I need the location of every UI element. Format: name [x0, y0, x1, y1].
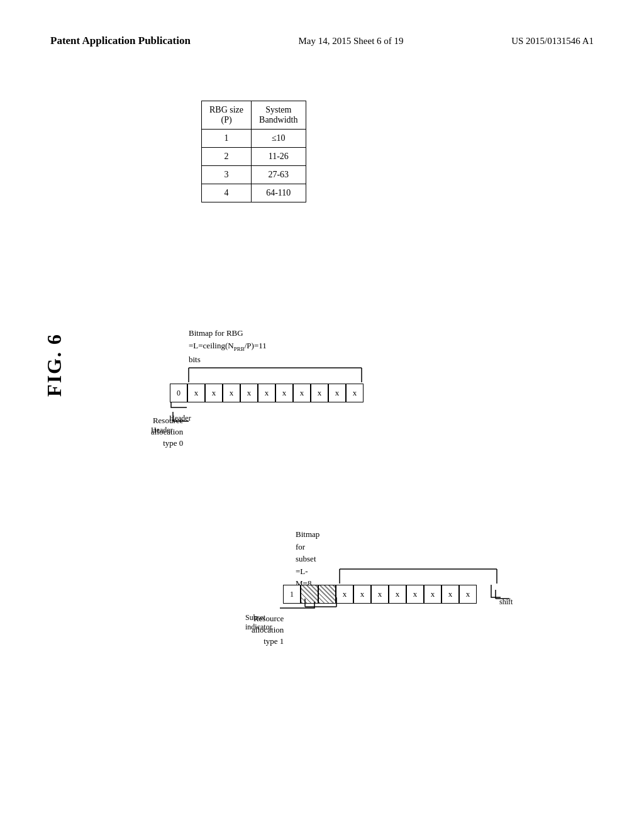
table-row: 211-26: [202, 148, 306, 166]
bandwidth-cell: ≤10: [252, 130, 306, 148]
page-header: Patent Application Publication May 14, 2…: [0, 35, 644, 47]
cell-1: x: [187, 384, 205, 402]
table-row: 464-110: [202, 184, 306, 202]
fig-label: FIG. 6: [43, 333, 66, 397]
rbg-size-cell: 2: [202, 148, 252, 166]
bandwidth-cell: 27-63: [252, 166, 306, 184]
bitmap-label-type0: Bitmap for RBG =L=ceiling(NPRB/P)=11 bit…: [189, 327, 267, 365]
header-right: US 2015/0131546 A1: [511, 36, 594, 47]
bandwidth-cell: 64-110: [252, 184, 306, 202]
cell-t1-7: x: [441, 585, 459, 604]
cell-t1-2: x: [353, 585, 371, 604]
cell-t1-8: x: [459, 585, 477, 604]
cell-4: x: [240, 384, 258, 402]
diagram-section: Bitmap for RBG =L=ceiling(NPRB/P)=11 bit…: [138, 308, 629, 780]
table-row: 327-63: [202, 166, 306, 184]
header-cell: 0: [170, 384, 187, 402]
cell-10: x: [346, 384, 364, 402]
cell-9: x: [328, 384, 346, 402]
cell-t1-5: x: [406, 585, 424, 604]
col-rbg-header: RBG size (P): [202, 101, 252, 130]
cell-t1-6: x: [424, 585, 441, 604]
cell-3: x: [223, 384, 240, 402]
cells-type1: 1 x x x x x x x x: [283, 585, 477, 604]
header-cell-type1: 1: [283, 585, 301, 604]
col-bandwidth-header: System Bandwidth: [252, 101, 306, 130]
ra-type1-label: Resource allocation type 1: [252, 613, 284, 648]
hatched-cell-2: [318, 585, 336, 604]
cell-5: x: [258, 384, 275, 402]
header-center: May 14, 2015 Sheet 6 of 19: [298, 36, 403, 47]
rbg-size-cell: 4: [202, 184, 252, 202]
rbg-table-section: RBG size (P) System Bandwidth 1≤10211-26…: [201, 101, 306, 202]
cell-t1-1: x: [336, 585, 353, 604]
cell-2: x: [205, 384, 223, 402]
rbg-size-cell: 3: [202, 166, 252, 184]
cell-7: x: [293, 384, 311, 402]
ra-type0-label: Resource allocation type 0: [151, 415, 183, 450]
rbg-size-cell: 1: [202, 130, 252, 148]
table-row: 1≤10: [202, 130, 306, 148]
cell-6: x: [275, 384, 293, 402]
diagram-svg: Header: [138, 308, 629, 780]
cells-type0: 0 x x x x x x x x x x: [170, 384, 364, 402]
cell-8: x: [311, 384, 328, 402]
rbg-size-table: RBG size (P) System Bandwidth 1≤10211-26…: [201, 101, 306, 202]
header-cell-container: 0: [170, 384, 187, 402]
hatched-cell-1: [301, 585, 318, 604]
bandwidth-cell: 11-26: [252, 148, 306, 166]
cell-t1-3: x: [371, 585, 389, 604]
cell-t1-4: x: [389, 585, 406, 604]
header-left: Patent Application Publication: [50, 35, 191, 47]
